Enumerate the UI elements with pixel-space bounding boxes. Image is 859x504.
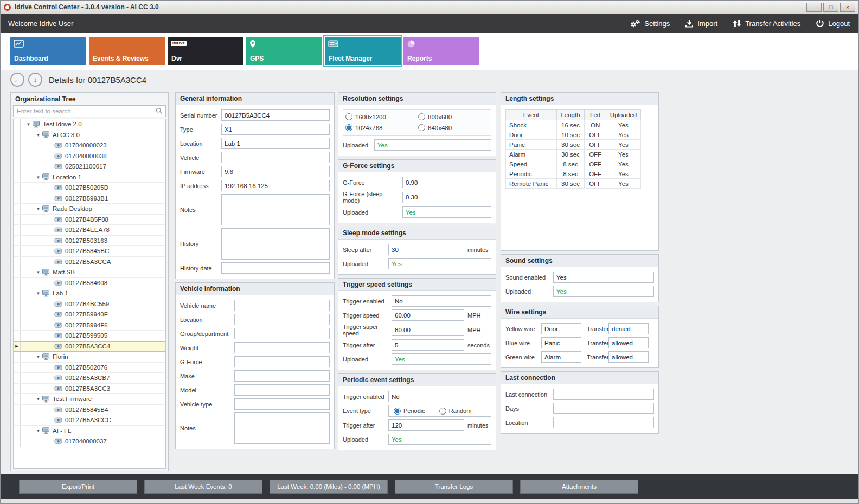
weight-input[interactable] <box>234 342 330 353</box>
wire-transfer-input[interactable] <box>608 323 649 334</box>
resolution-uploaded-input[interactable] <box>374 139 491 151</box>
tab-gps[interactable]: GPS <box>246 37 322 65</box>
tab-dashboard[interactable]: Dashboard <box>10 37 86 65</box>
length-row[interactable]: Door10 secOFFYes <box>506 130 641 140</box>
length-row[interactable]: Alarm30 secOFFYes <box>506 150 641 159</box>
expander-icon[interactable]: ▾ <box>35 396 42 402</box>
radio-icon[interactable] <box>418 113 425 120</box>
trigger-enabled-input[interactable] <box>392 295 491 307</box>
tree-device-row[interactable]: 00127B50205D <box>14 183 165 193</box>
group-department-input[interactable] <box>234 328 330 339</box>
periodic-trigger-after-input[interactable] <box>388 419 464 431</box>
history-textarea[interactable] <box>221 228 330 260</box>
vehicle-input[interactable] <box>221 152 330 163</box>
tab-events[interactable]: Events & Reviews <box>89 37 165 65</box>
tree-group-row[interactable]: ▾Lab 1 <box>14 288 165 299</box>
tree-device-row[interactable]: 00127B5994F6 <box>14 320 165 331</box>
expander-icon[interactable]: ▾ <box>35 290 42 296</box>
search-input[interactable] <box>13 105 166 117</box>
event-type-option[interactable]: Random <box>439 408 474 415</box>
close-button[interactable]: × <box>840 3 855 12</box>
import-action[interactable]: Import <box>685 19 717 28</box>
resolution-option[interactable]: 1600x1200 <box>345 113 416 120</box>
radio-icon[interactable] <box>394 408 401 415</box>
expander-icon[interactable]: ▾ <box>25 121 32 127</box>
location-input[interactable] <box>221 138 330 149</box>
transfer-activities-action[interactable]: Transfer Activities <box>733 19 800 28</box>
expander-icon[interactable]: ▾ <box>35 132 42 138</box>
gforce-value-input[interactable] <box>402 177 491 188</box>
tree-device-row[interactable]: 017040000038 <box>14 151 165 162</box>
trigger-uploaded-input[interactable] <box>392 353 491 365</box>
make-input[interactable] <box>234 370 330 382</box>
tab-dvr[interactable]: IDRIVEDvr <box>168 37 243 65</box>
type-input[interactable] <box>221 124 330 135</box>
tree-device-row[interactable]: 025821100017 <box>14 161 165 172</box>
gforce-sleep-input[interactable] <box>402 192 491 203</box>
event-type-option[interactable]: Periodic <box>394 408 427 415</box>
tree-group-row[interactable]: ▾Test Firmware <box>14 394 165 405</box>
length-row[interactable]: Speed8 secOFFYes <box>506 159 641 169</box>
radio-icon[interactable] <box>439 408 446 415</box>
wire-transfer-input[interactable] <box>608 337 649 348</box>
transfer-logs-button[interactable]: Transfer Logs <box>395 480 513 494</box>
download-button[interactable]: ↓ <box>28 73 42 87</box>
expander-icon[interactable]: ▾ <box>35 206 42 211</box>
length-row[interactable]: Shock16 secONYes <box>506 120 641 130</box>
expander-icon[interactable]: ▾ <box>35 175 42 180</box>
tree-group-row[interactable]: ▾AI - FL <box>14 426 165 437</box>
expander-icon[interactable]: ▾ <box>35 354 42 359</box>
trigger-after-input[interactable] <box>392 339 464 351</box>
vehicle-location-input[interactable] <box>234 314 330 325</box>
wire-transfer-input[interactable] <box>608 351 649 363</box>
resolution-option[interactable]: 1024x768 <box>345 124 416 131</box>
minimize-button[interactable]: – <box>806 3 822 12</box>
length-row[interactable]: Periodic8 secOFFYes <box>506 169 641 179</box>
wire-device-input[interactable] <box>541 351 581 363</box>
firmware-input[interactable] <box>221 166 330 177</box>
tree-device-row[interactable]: 00127B5A3CCA <box>14 257 165 268</box>
tree-device-row[interactable]: 00127B5A3CCC <box>14 415 165 426</box>
logout-action[interactable]: Logout <box>816 19 850 28</box>
vehicle-gforce-input[interactable] <box>234 356 330 367</box>
length-row[interactable]: Panic30 secOFFYes <box>506 140 641 150</box>
sound-enabled-input[interactable] <box>553 272 654 283</box>
last-location-input[interactable] <box>553 417 654 428</box>
vehicle-type-input[interactable] <box>234 398 330 410</box>
trigger-speed-input[interactable] <box>392 309 464 321</box>
gforce-uploaded-input[interactable] <box>402 206 491 218</box>
tree-device-row[interactable]: 00127B5845BC <box>14 246 165 257</box>
tree-device-row[interactable]: 00127B4EEA78 <box>14 225 165 236</box>
wire-device-input[interactable] <box>541 323 581 334</box>
tree-device-row[interactable]: 00127B5A3CC3 <box>14 384 165 395</box>
tree-device-row[interactable]: 00127B502076 <box>14 363 165 373</box>
notes-textarea[interactable] <box>221 194 330 225</box>
last-week-events-button[interactable]: Last Week Events: 0 <box>144 480 262 494</box>
settings-action[interactable]: Settings <box>630 19 670 28</box>
tab-reports[interactable]: Reports <box>403 37 479 65</box>
tree-device-row[interactable]: 00127B5993B1 <box>14 193 165 204</box>
vehicle-name-input[interactable] <box>234 300 330 311</box>
sleep-after-input[interactable] <box>388 244 464 255</box>
tree-device-row[interactable]: 017040000037 <box>14 436 165 447</box>
tab-fleet[interactable]: Fleet Manager <box>325 37 401 65</box>
tree-group-row[interactable]: ▾Location 1 <box>14 172 165 183</box>
tree-device-row[interactable]: 00127B59940F <box>14 309 165 320</box>
back-button[interactable]: ← <box>10 73 24 87</box>
export-print-button[interactable]: Export/Print <box>19 480 137 494</box>
length-row[interactable]: Remote Panic30 secOFFYes <box>506 179 641 189</box>
tree-device-row[interactable]: 00127B4B5F88 <box>14 215 165 225</box>
expander-icon[interactable]: ▾ <box>35 428 42 434</box>
tree-device-row[interactable]: 00127B5845B4 <box>14 405 165 416</box>
tree-device-row[interactable]: 00127B5A3CB7 <box>14 373 165 384</box>
tree-device-row[interactable]: 017040000023 <box>14 140 165 151</box>
tree-device-row[interactable]: ▶00127B5A3CC4 <box>14 341 165 352</box>
tree-group-row[interactable]: ▾Test Idrive 2.0 <box>14 119 165 130</box>
sleep-uploaded-input[interactable] <box>388 258 491 269</box>
days-input[interactable] <box>553 403 654 414</box>
periodic-uploaded-input[interactable] <box>388 434 491 445</box>
maximize-button[interactable]: □ <box>823 3 838 12</box>
history-date-input[interactable] <box>221 262 330 274</box>
tree-device-row[interactable]: 00127B599505 <box>14 331 165 341</box>
tree-group-row[interactable]: ▾Matt SB <box>14 267 165 278</box>
